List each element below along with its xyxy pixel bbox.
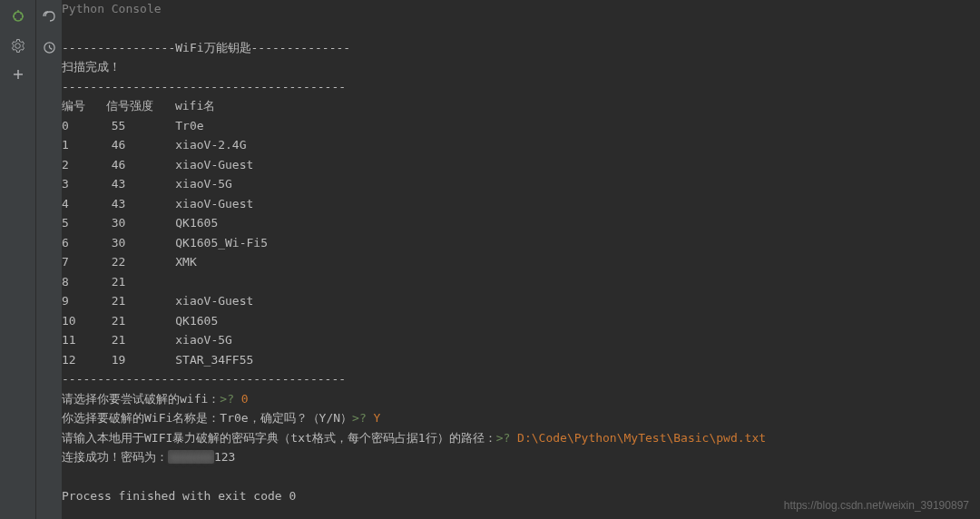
console-area[interactable]: Python Console ----------------WiFi万能钥匙-… — [62, 0, 980, 519]
table-row: 12 19 STAR_34FF55 — [62, 350, 980, 370]
table-row: 6 30 QK1605_Wi-Fi5 — [62, 233, 980, 253]
console-header-title: Python Console — [62, 0, 980, 18]
svg-line-6 — [15, 19, 16, 21]
table-row: 11 21 xiaoV-5G — [62, 330, 980, 350]
second-toolbar — [36, 0, 62, 519]
separator-line: ---------------------------------------- — [62, 369, 980, 389]
rerun-icon[interactable] — [42, 9, 56, 26]
table-row: 10 21 QK1605 — [62, 311, 980, 331]
console-output: ----------------WiFi万能钥匙--------------扫描… — [62, 18, 980, 519]
table-row: 7 22 XMK — [62, 252, 980, 272]
svg-line-7 — [20, 19, 22, 21]
scan-done-line: 扫描完成！ — [62, 57, 980, 77]
separator-line: ---------------------------------------- — [62, 77, 980, 97]
table-row: 4 43 xiaoV-Guest — [62, 194, 980, 214]
prompt-confirm: 你选择要破解的WiFi名称是：Tr0e，确定吗？（Y/N）>? Y — [62, 408, 980, 428]
table-header: 编号 信号强度 wifi名 — [62, 96, 980, 116]
bug-icon[interactable] — [11, 9, 25, 24]
table-row: 0 55 Tr0e — [62, 116, 980, 136]
table-row: 2 46 xiaoV-Guest — [62, 155, 980, 175]
table-row: 5 30 QK1605 — [62, 213, 980, 233]
prompt-select-wifi: 请选择你要尝试破解的wifi：>? 0 — [62, 389, 980, 409]
history-icon[interactable] — [43, 41, 56, 57]
svg-line-4 — [15, 13, 16, 15]
svg-line-12 — [49, 48, 52, 50]
watermark: https://blog.csdn.net/weixin_39190897 — [784, 499, 969, 512]
success-line: 连接成功！密码为：xxxxxx123 — [62, 447, 980, 467]
table-row: 9 21 xiaoV-Guest — [62, 291, 980, 311]
prompt-dict-path: 请输入本地用于WIFI暴力破解的密码字典（txt格式，每个密码占据1行）的路径：… — [62, 428, 980, 448]
blank-line — [62, 467, 980, 487]
gear-icon[interactable] — [11, 38, 25, 53]
table-row: 1 46 xiaoV-2.4G — [62, 135, 980, 155]
plus-icon[interactable] — [11, 67, 25, 82]
table-row: 3 43 xiaoV-5G — [62, 174, 980, 194]
left-toolbar — [0, 0, 36, 519]
table-row: 8 21 — [62, 272, 980, 292]
title-line: ----------------WiFi万能钥匙-------------- — [62, 38, 980, 58]
svg-line-5 — [20, 13, 22, 15]
